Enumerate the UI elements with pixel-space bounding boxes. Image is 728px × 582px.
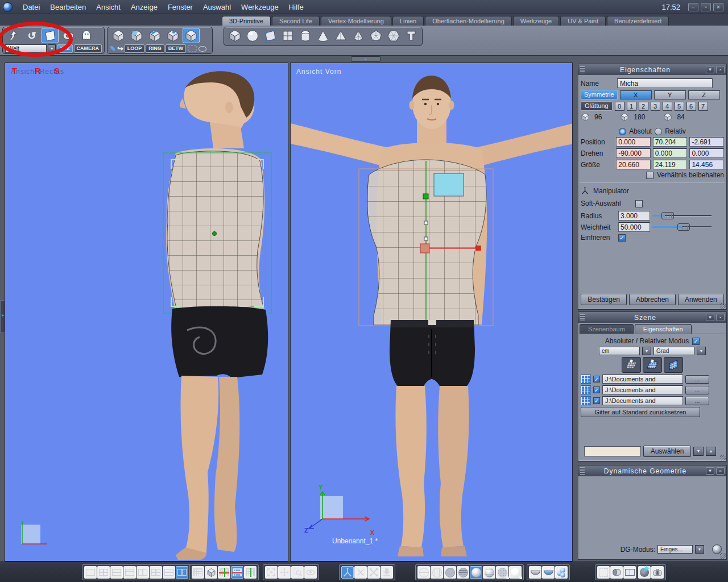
grid-3-checkbox[interactable]: ✓ — [593, 397, 600, 404]
grid-2-path-field[interactable]: J:\Documents and — [602, 385, 683, 394]
properties-menu-button[interactable]: ▼ — [706, 66, 714, 73]
render-camera-button[interactable] — [651, 566, 664, 579]
select-button[interactable]: Auswählen — [643, 446, 691, 457]
smoothing-level-0[interactable]: 0 — [615, 102, 624, 111]
shade-flatwire-button[interactable] — [457, 566, 469, 579]
grid-1-path-field[interactable]: J:\Documents and — [602, 375, 683, 384]
smoothing-level-5[interactable]: 5 — [675, 102, 684, 111]
rotate-z-field[interactable]: 0.000 — [689, 148, 724, 158]
drag-grip-icon[interactable] — [580, 467, 585, 475]
menu-hilfe[interactable]: Hilfe — [284, 1, 309, 13]
curve-arrow-icon[interactable]: ↪ — [117, 45, 123, 52]
rotate-y-field[interactable]: 0.000 — [653, 148, 688, 158]
scene-menu-button[interactable]: ▼ — [706, 314, 714, 321]
symmetry-button[interactable]: Symmetrie — [581, 90, 618, 99]
confirm-button[interactable]: Bestätigen — [581, 294, 627, 305]
scene-close-button[interactable]: × — [716, 314, 725, 321]
backface-show-button[interactable] — [542, 566, 555, 579]
smoothing-level-6[interactable]: 6 — [686, 102, 696, 111]
zoom-region-button[interactable] — [291, 566, 304, 579]
grid-eraser-button[interactable] — [622, 357, 641, 373]
grid-brush-button[interactable] — [643, 357, 662, 373]
manipulator-rotate-button[interactable] — [354, 566, 367, 579]
reset-grid-button[interactable]: Gitter auf Standard zurücksetzen — [581, 407, 700, 417]
world-dropdown[interactable]: Welt — [5, 44, 47, 53]
ellipse-select-icon[interactable] — [198, 46, 206, 52]
manipulator-translate-button[interactable] — [341, 566, 354, 579]
look-at-button[interactable] — [304, 566, 317, 579]
between-button[interactable]: BETW — [166, 44, 187, 53]
viewport-splitter-handle[interactable]: ▲ — [351, 56, 380, 62]
size-z-field[interactable]: 14.456 — [689, 160, 724, 169]
menu-werkzeuge[interactable]: Werkzeuge — [236, 1, 284, 13]
minimize-button[interactable]: − — [688, 3, 698, 11]
symmetry-z-button[interactable]: Z — [688, 90, 720, 99]
position-x-field[interactable]: 0.000 — [616, 137, 651, 147]
scene-filter-input[interactable] — [584, 446, 641, 456]
world-dropdown-arrow-icon[interactable]: ▼ — [48, 44, 56, 53]
bounding-box-button[interactable] — [597, 566, 610, 579]
apply-button[interactable]: Anwenden — [678, 294, 724, 305]
xyz-button[interactable]: XYZ — [57, 44, 73, 53]
cylinder-primitive-button[interactable] — [297, 28, 313, 43]
layout-single-button[interactable] — [84, 566, 97, 579]
panel-resize-grip[interactable] — [720, 553, 726, 559]
tab-vertex-modellierung[interactable]: Vertex-Modellierung — [321, 16, 391, 26]
dyn-geo-titlebar[interactable]: Dynamische Geometrie ▼ × — [578, 465, 726, 476]
facet-primitive-button[interactable] — [262, 28, 278, 43]
drag-grip-icon[interactable] — [580, 66, 585, 73]
snap-object-button[interactable] — [205, 566, 217, 579]
shade-wireframe2-button[interactable] — [431, 566, 443, 579]
scene-tab-tree[interactable]: Szenenbaum — [580, 324, 634, 334]
menu-bearbeiten[interactable]: Bearbeiten — [45, 1, 91, 13]
name-input[interactable] — [617, 78, 713, 88]
softness-field[interactable]: 50.000 — [618, 222, 650, 232]
layout-hsplit-button[interactable] — [163, 566, 175, 579]
size-x-field[interactable]: 20.660 — [616, 160, 651, 169]
layout-vsplit-button[interactable] — [176, 566, 188, 579]
grid-cube-icon[interactable] — [581, 396, 591, 405]
ring-select-button[interactable]: RING — [146, 44, 164, 53]
grid-panel-button[interactable] — [664, 357, 683, 373]
softness-slider[interactable] — [652, 223, 712, 231]
shade-flat-button[interactable] — [444, 566, 456, 579]
sphere-primitive-button[interactable] — [244, 28, 260, 43]
layout-split-top-button[interactable] — [123, 566, 136, 579]
soft-selection-checkbox[interactable] — [635, 200, 643, 207]
drop-to-ground-button[interactable] — [380, 566, 393, 579]
dyn-geo-menu-button[interactable]: ▼ — [706, 467, 714, 475]
grid-2-browse-button[interactable]: ... — [685, 386, 709, 394]
dg-mode-dropdown-arrow-icon[interactable]: ▼ — [695, 545, 704, 554]
close-button[interactable]: × — [713, 3, 723, 11]
cube-primitive-button[interactable] — [226, 28, 243, 43]
layout-split-left-button[interactable] — [136, 566, 149, 579]
position-z-field[interactable]: -2.691 — [689, 137, 724, 147]
angle-dropdown[interactable]: Grad — [653, 347, 694, 355]
angle-dropdown-arrow-icon[interactable]: ▼ — [697, 347, 706, 355]
fit-view-button[interactable] — [265, 566, 278, 579]
layout-split-bottom-button[interactable] — [110, 566, 123, 579]
light-button[interactable]: ✳ — [638, 566, 651, 579]
menu-datei[interactable]: Datei — [18, 1, 45, 13]
smoothing-button[interactable]: Glättung — [581, 101, 613, 111]
snap-grid-button[interactable] — [231, 566, 243, 579]
pencil-icon[interactable]: ✎ — [110, 45, 116, 52]
smoothing-level-4[interactable]: 4 — [663, 102, 672, 111]
translate-tool-button[interactable] — [5, 28, 22, 43]
dyn-geo-close-button[interactable]: × — [716, 467, 725, 475]
spin-down-button[interactable]: ▼ — [693, 447, 704, 456]
grid-1-browse-button[interactable]: ... — [685, 375, 709, 384]
tab-werkzeuge[interactable]: Werkzeuge — [513, 16, 559, 26]
loop-button[interactable]: LOOP — [125, 44, 145, 53]
layout-split-right-button[interactable] — [150, 566, 162, 579]
scene-titlebar[interactable]: Szene ▼ × — [578, 312, 726, 323]
tab-uv-paint[interactable]: UV & Paint — [560, 16, 606, 26]
freeze-checkbox[interactable]: ✓ — [618, 234, 626, 242]
panel-resize-grip[interactable] — [720, 455, 726, 460]
snap-lines-button[interactable] — [218, 566, 230, 579]
properties-titlebar[interactable]: Eigenschaften ▼ × — [578, 64, 726, 75]
object-select-mode-button[interactable] — [110, 28, 127, 43]
keep-ratio-checkbox[interactable] — [646, 172, 653, 179]
rotate-tool-button[interactable]: ↺ — [23, 28, 40, 43]
vertex-select-mode-button[interactable] — [164, 28, 181, 43]
